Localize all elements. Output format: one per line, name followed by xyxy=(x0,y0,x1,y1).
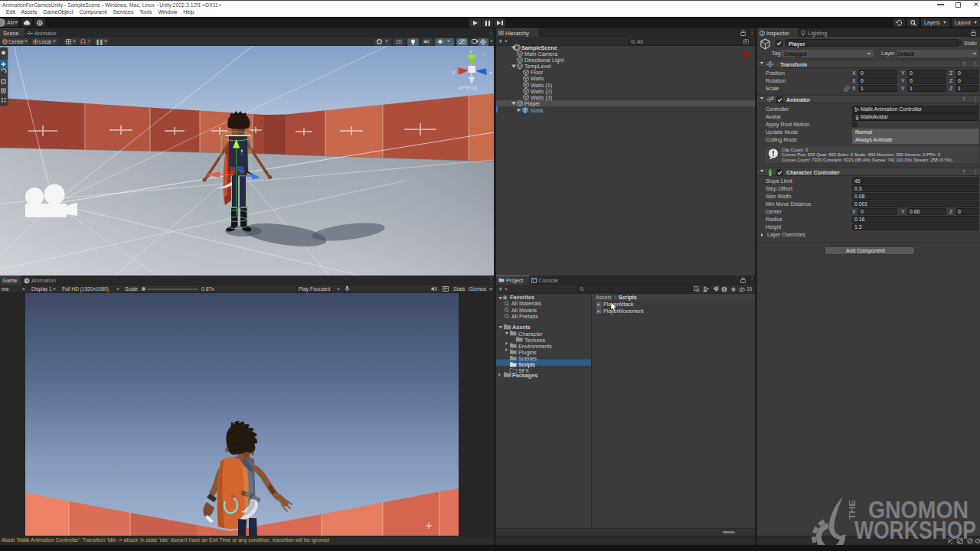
svg-text:#: # xyxy=(597,308,599,313)
svg-text:◂ Persp: ◂ Persp xyxy=(458,84,477,91)
svg-text:x: x xyxy=(452,70,455,74)
svg-text:#: # xyxy=(597,302,599,307)
svg-text:y: y xyxy=(470,49,472,54)
svg-text:Malik: Malik xyxy=(531,107,544,114)
svg-text:Player: Player xyxy=(524,100,541,107)
svg-text:WORKSHOP: WORKSHOP xyxy=(854,516,976,544)
svg-text:All Prefabs: All Prefabs xyxy=(511,313,538,320)
svg-text:Packages: Packages xyxy=(512,372,537,379)
svg-text:z: z xyxy=(490,70,492,75)
